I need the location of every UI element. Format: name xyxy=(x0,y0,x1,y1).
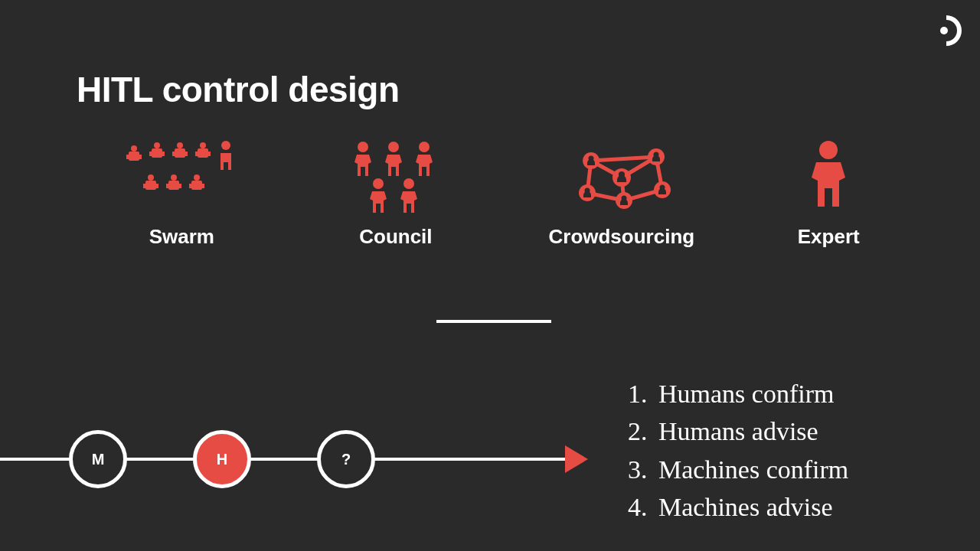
svg-rect-21 xyxy=(156,184,158,188)
svg-rect-3 xyxy=(126,155,129,159)
svg-point-2 xyxy=(131,145,137,152)
svg-rect-8 xyxy=(162,152,165,156)
timeline-node-m: M xyxy=(69,430,127,488)
svg-rect-22 xyxy=(168,181,179,190)
page-title: HITL control design xyxy=(77,69,400,110)
svg-point-30 xyxy=(358,142,368,152)
category-label: Swarm xyxy=(149,225,214,249)
list-number: 2. xyxy=(628,412,654,450)
category-council: Council xyxy=(346,138,446,249)
svg-rect-18 xyxy=(145,181,156,190)
svg-rect-9 xyxy=(175,148,185,158)
timeline-node-h: H xyxy=(193,430,251,488)
svg-rect-26 xyxy=(191,181,202,190)
svg-point-23 xyxy=(171,174,177,181)
svg-point-19 xyxy=(148,174,154,181)
list-number: 3. xyxy=(628,451,654,488)
logo-icon xyxy=(928,12,965,49)
category-crowdsourcing: Crowdsourcing xyxy=(548,138,694,249)
list-text: Humans confirm xyxy=(658,375,834,412)
swarm-icon xyxy=(120,138,243,214)
list-item: 3. Machines confirm xyxy=(628,451,848,488)
list-number: 4. xyxy=(628,488,654,526)
svg-point-47 xyxy=(819,141,838,159)
category-label: Council xyxy=(359,225,432,249)
svg-rect-13 xyxy=(198,148,208,158)
list-text: Humans advise xyxy=(658,412,818,450)
svg-rect-15 xyxy=(195,152,198,156)
svg-rect-12 xyxy=(185,152,188,156)
svg-point-32 xyxy=(419,142,430,152)
svg-rect-11 xyxy=(172,152,175,156)
timeline: M H ? xyxy=(0,429,601,490)
svg-rect-25 xyxy=(179,184,181,188)
timeline-node-unknown: ? xyxy=(317,430,375,488)
crowdsourcing-icon xyxy=(564,138,679,214)
svg-point-34 xyxy=(403,178,414,189)
category-expert: Expert xyxy=(798,138,860,249)
section-divider xyxy=(436,320,551,323)
svg-point-31 xyxy=(388,142,399,152)
categories-row: Swarm Council xyxy=(0,138,980,249)
svg-rect-29 xyxy=(202,184,204,188)
list-item: 2. Humans advise xyxy=(628,412,848,450)
svg-rect-24 xyxy=(166,184,168,188)
svg-rect-28 xyxy=(189,184,191,188)
svg-point-10 xyxy=(177,142,183,148)
list-item: 4. Machines advise xyxy=(628,488,848,526)
list-number: 1. xyxy=(628,375,654,412)
category-label: Expert xyxy=(798,225,860,249)
svg-rect-5 xyxy=(152,148,162,158)
list-item: 1. Humans confirm xyxy=(628,375,848,412)
timeline-arrow-icon xyxy=(565,445,588,473)
list-text: Machines advise xyxy=(658,488,833,526)
list-text: Machines confirm xyxy=(658,451,848,488)
svg-rect-7 xyxy=(149,152,152,156)
svg-point-17 xyxy=(221,141,230,150)
category-label: Crowdsourcing xyxy=(548,225,694,249)
svg-rect-16 xyxy=(208,152,211,156)
council-icon xyxy=(346,138,446,214)
category-swarm: Swarm xyxy=(120,138,243,249)
svg-point-27 xyxy=(194,174,200,181)
svg-point-14 xyxy=(200,142,206,148)
svg-rect-4 xyxy=(139,155,142,159)
expert-icon xyxy=(805,138,851,214)
svg-point-6 xyxy=(154,142,160,148)
svg-rect-20 xyxy=(143,184,145,188)
svg-point-0 xyxy=(940,27,948,34)
modes-list: 1. Humans confirm 2. Humans advise 3. Ma… xyxy=(628,375,848,526)
svg-point-33 xyxy=(373,178,384,189)
svg-rect-1 xyxy=(129,152,139,161)
